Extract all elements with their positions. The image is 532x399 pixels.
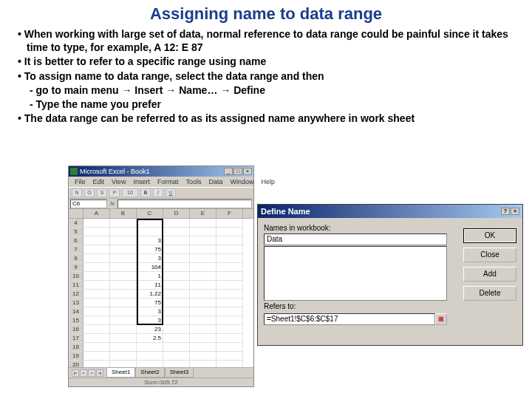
- cell[interactable]: [83, 263, 110, 272]
- cell[interactable]: 11: [137, 281, 163, 290]
- row-header[interactable]: 19: [69, 352, 83, 361]
- cell[interactable]: [216, 254, 243, 263]
- worksheet-grid[interactable]: A B C D E F 45637758391041011111121.2213…: [69, 209, 253, 367]
- col-header[interactable]: B: [110, 209, 137, 218]
- row-header[interactable]: 9: [69, 263, 83, 272]
- cell[interactable]: [83, 343, 110, 352]
- cell[interactable]: [110, 325, 137, 334]
- cell[interactable]: [216, 325, 243, 334]
- cell[interactable]: [110, 361, 137, 367]
- cell[interactable]: [216, 219, 243, 228]
- dialog-help-button[interactable]: ?: [501, 208, 510, 215]
- cell[interactable]: [110, 272, 137, 281]
- cell[interactable]: [110, 290, 137, 299]
- cell[interactable]: [163, 316, 190, 325]
- cell[interactable]: [190, 299, 216, 307]
- cell[interactable]: [83, 290, 110, 299]
- cell[interactable]: [83, 361, 110, 367]
- cell[interactable]: [163, 236, 190, 245]
- sheet-tab-active[interactable]: Sheet1: [106, 368, 135, 378]
- select-all-corner[interactable]: [69, 209, 83, 218]
- cell[interactable]: [110, 263, 137, 272]
- cell[interactable]: [190, 236, 216, 245]
- cell[interactable]: [190, 352, 216, 361]
- cell[interactable]: 23: [137, 325, 163, 334]
- cell[interactable]: [190, 361, 216, 367]
- menu-data[interactable]: Data: [208, 178, 222, 185]
- cell[interactable]: [163, 325, 190, 334]
- cell[interactable]: [83, 236, 110, 245]
- cell[interactable]: [190, 343, 216, 352]
- cell[interactable]: [163, 299, 190, 307]
- fx-icon[interactable]: fx: [110, 200, 115, 207]
- cell[interactable]: [190, 325, 216, 334]
- tab-nav-last-icon[interactable]: >|: [96, 369, 103, 377]
- col-header[interactable]: C: [137, 209, 163, 218]
- close-button[interactable]: Close: [463, 248, 516, 262]
- cell[interactable]: [190, 219, 216, 228]
- tab-nav-next-icon[interactable]: >: [88, 369, 95, 377]
- cell[interactable]: [216, 343, 243, 352]
- close-button[interactable]: ×: [243, 168, 252, 175]
- cell[interactable]: [216, 352, 243, 361]
- maximize-button[interactable]: □: [233, 168, 242, 175]
- cell[interactable]: 1: [137, 272, 163, 281]
- cell[interactable]: [216, 228, 243, 236]
- menu-file[interactable]: File: [75, 178, 86, 185]
- cell[interactable]: [110, 236, 137, 245]
- dialog-close-button[interactable]: ×: [511, 208, 519, 215]
- col-header[interactable]: F: [216, 209, 243, 218]
- cell[interactable]: [163, 245, 190, 254]
- cell[interactable]: [83, 272, 110, 281]
- cell[interactable]: [216, 245, 243, 254]
- cell[interactable]: [83, 299, 110, 307]
- row-header[interactable]: 12: [69, 290, 83, 299]
- underline-icon[interactable]: U: [166, 188, 176, 197]
- toolbar-open-icon[interactable]: O: [84, 188, 95, 197]
- cell[interactable]: 75: [137, 245, 163, 254]
- cell[interactable]: [137, 352, 163, 361]
- cell[interactable]: [190, 316, 216, 325]
- col-header[interactable]: E: [190, 209, 216, 218]
- cell[interactable]: [163, 228, 190, 236]
- cell[interactable]: [83, 316, 110, 325]
- formula-input[interactable]: [117, 200, 252, 208]
- cell[interactable]: [137, 343, 163, 352]
- cell[interactable]: [110, 254, 137, 263]
- cell[interactable]: [216, 307, 243, 316]
- cell[interactable]: [216, 281, 243, 290]
- cell[interactable]: [83, 352, 110, 361]
- cell[interactable]: [190, 263, 216, 272]
- cell[interactable]: [163, 290, 190, 299]
- cell[interactable]: [163, 352, 190, 361]
- name-box[interactable]: C6: [70, 200, 107, 208]
- cell[interactable]: [190, 307, 216, 316]
- tab-nav-prev-icon[interactable]: <: [80, 369, 87, 377]
- cell[interactable]: [83, 254, 110, 263]
- add-button[interactable]: Add: [463, 267, 516, 282]
- cell[interactable]: [190, 228, 216, 236]
- cell[interactable]: [110, 281, 137, 290]
- cell[interactable]: [83, 219, 110, 228]
- cell[interactable]: [163, 263, 190, 272]
- cell[interactable]: [137, 361, 163, 367]
- cell[interactable]: [216, 236, 243, 245]
- name-input[interactable]: Data: [264, 233, 447, 245]
- cell[interactable]: [190, 272, 216, 281]
- row-header[interactable]: 18: [69, 343, 83, 352]
- cell[interactable]: [163, 281, 190, 290]
- cell[interactable]: [83, 245, 110, 254]
- cell[interactable]: [110, 219, 137, 228]
- cell[interactable]: 3: [137, 316, 163, 325]
- cell[interactable]: [137, 228, 163, 236]
- cell[interactable]: 3: [137, 236, 163, 245]
- toolbar-print-icon[interactable]: P: [109, 188, 120, 197]
- cell[interactable]: [137, 219, 163, 228]
- cell[interactable]: 1.22: [137, 290, 163, 299]
- cell[interactable]: [83, 281, 110, 290]
- cell[interactable]: [163, 343, 190, 352]
- menu-insert[interactable]: Insert: [133, 178, 150, 185]
- cell[interactable]: [163, 307, 190, 316]
- font-size-box[interactable]: 10: [122, 188, 138, 197]
- cell[interactable]: [110, 228, 137, 236]
